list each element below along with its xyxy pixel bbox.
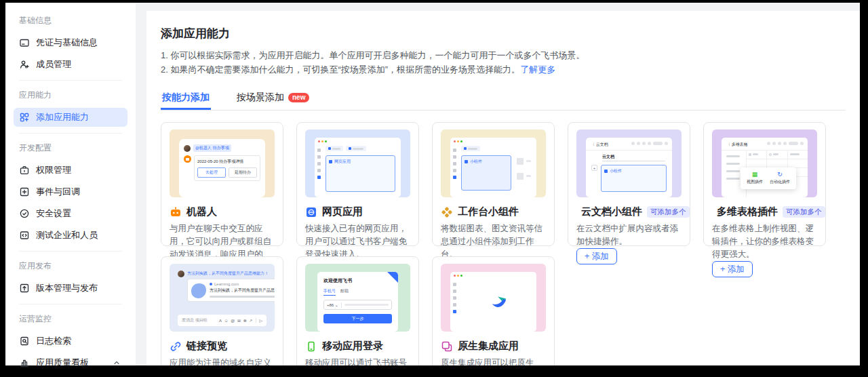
mini-qr-corner [387,272,398,283]
card-title: 网页应用 [322,205,363,218]
mini-message-link: 方法到实践，从不同角度提升产品思维能力！ [187,271,275,277]
sidebar-item-members[interactable]: 成员管理 [14,55,127,74]
robot-icon [170,206,182,218]
multi-add-badge: 可添加多个 [647,206,690,218]
bar-chart-icon [19,357,30,368]
avatar [184,145,191,152]
mini-tab-email: 邮箱 [340,288,349,296]
mini-plugin2: 自动化插件 [770,179,790,185]
sidebar-item-label: 安全设置 [36,207,71,220]
mini-outline-lines [726,155,740,180]
tab-by-capability[interactable]: 按能力添加 [161,87,211,110]
sidebar-item-quality-dashboard[interactable]: 应用质量看板 [14,353,127,372]
mini-toolbar-dots [631,142,668,145]
sidebar-divider [19,251,122,252]
card-title: 云文档小组件 [581,205,642,218]
bot-btn-secondary: 延期待办 [229,167,257,178]
sidebar-divider [19,133,122,134]
member-plus-icon [19,59,30,70]
sidebar: 基础信息 凭证与基础信息 成员管理 应用能力 添加应用能力 开发配置 权限管理 … [5,3,136,365]
log-search-icon [19,336,30,346]
mini-preview-image [191,283,206,298]
card-desc: 在多维表格上制作视图、逻辑插件，让你的多维表格变得更强大。 [712,222,817,261]
mini-composer-hint: 发消息 项目组 [182,317,208,323]
grid-plus-icon [19,112,30,123]
card-desc: 快速接入已有的网页应用，用户可以通过飞书客户端免登录快速进入。 [305,222,410,261]
mini-composer: 发消息 项目组 A ☺ @ ⊞ ⊗ ↗ ▷ [178,315,267,326]
learn-more-link[interactable]: 了解更多 [520,64,555,75]
placeholder-rows [517,158,531,180]
bot-avatar [184,155,191,163]
card-mobile-login: 欢迎使用飞书 手机号 邮箱 +86 ⌄ 下一步 [296,256,419,365]
sidebar-item-test-company[interactable]: 测试企业和人员 [14,226,127,245]
mobile-login-preview: 欢迎使用飞书 手机号 邮箱 +86 ⌄ 下一步 [305,264,410,332]
mini-label: 网页应用 [334,159,351,165]
sidebar-item-log-search[interactable]: 日志检索 [14,332,127,351]
intro-text: 1. 你可以根据实际需求，为应用开启能力。单个应用可开启多种能力，一个能力可用于… [161,48,846,77]
mini-next-button: 下一步 [323,314,392,323]
code-icon [19,230,30,241]
card-title: 链接预览 [186,340,227,353]
mini-back: 〈 多维表格 [726,142,748,148]
sidebar-item-permissions[interactable]: 权限管理 [14,161,127,180]
sidebar-item-label: 凭证与基础信息 [36,37,98,49]
app-window: 基础信息 凭证与基础信息 成员管理 应用能力 添加应用能力 开发配置 权限管理 … [5,3,860,365]
sidebar-section-release: 应用发布 [14,258,127,276]
sidebar-item-label: 版本管理与发布 [36,282,98,294]
window-traffic-lights [315,138,401,142]
card-title: 移动应用登录 [322,340,383,353]
add-docs-widget-button[interactable]: + 添加 [576,248,617,264]
sidebar-section-monitoring: 运营监控 [14,311,127,329]
id-card-icon [19,37,30,48]
mini-label: 小组件 [470,159,482,165]
base-plugin-preview: 〈 多维表格 [712,130,817,197]
card-title: 工作台小组件 [458,205,519,218]
main-panel: 添加应用能力 1. 你可以根据实际需求，为应用开启能力。单个应用可开启多种能力，… [146,11,860,365]
mini-doc-title: 云文档 [602,154,614,160]
mini-plugin1: 视图插件 [747,179,763,185]
sidebar-section-basic-info: 基础信息 [14,12,127,31]
publish-arrow-icon [19,283,30,294]
window-traffic-lights [450,272,536,277]
mini-tab-phone: 手机号 [323,288,336,296]
mini-sidebar-icons [453,148,456,179]
mini-phone-prefix: +86 ⌄ [327,302,338,307]
sidebar-item-label: 事件与回调 [36,186,80,198]
sidebar-item-label: 测试企业和人员 [36,229,98,241]
mobile-icon [305,340,317,353]
native-app-icon [441,340,453,353]
sidebar-item-label: 成员管理 [36,58,71,71]
card-desc: 将数据图表、图文资讯等信息通过小组件添加到工作台。 [441,222,546,261]
card-link-preview: 方法到实践，从不同角度提升产品思维能力！ Learning.com 方法到实践，… [161,256,283,365]
card-title: 机器人 [186,205,217,218]
card-desc: 应用能为注册的域名自定义链接预览，用户在飞书发送链接后，能在链接下方展示... [170,357,275,365]
briefcase-icon [19,165,30,176]
sidebar-divider [19,80,122,81]
sidebar-item-credentials[interactable]: 凭证与基础信息 [14,33,127,52]
tab-by-scene[interactable]: 按场景添加 new [235,87,311,110]
card-desc: 移动应用可以通过飞书账号进行登录。 [305,357,410,365]
feishu-logo [490,292,510,313]
sidebar-item-security[interactable]: 安全设置 [14,204,127,223]
card-base-plugin: 〈 多维表格 [703,122,826,246]
sidebar-section-dev-config: 开发配置 [14,140,127,158]
link-icon [170,340,182,353]
new-badge: new [288,93,309,102]
mini-back: 〈 云文档 [591,142,608,148]
add-base-plugin-button[interactable]: + 添加 [712,261,753,277]
web-app-icon [305,206,317,218]
multi-add-badge: 可添加多个 [783,206,825,218]
window-traffic-lights [450,138,536,142]
sidebar-item-version-release[interactable]: 版本管理与发布 [14,279,127,298]
view-plugin-icon: ▦ [752,172,758,178]
mini-card-text: 方法到实践，从不同角度提升产品思维能力！ [210,287,275,294]
page-title: 添加应用能力 [161,26,846,41]
intro-line-1: 1. 你可以根据实际需求，为应用开启能力。单个应用可开启多种能力，一个能力可用于… [161,48,846,62]
send-icon: ▷ [256,318,262,323]
bot-preview: @机器人 待办事项 2022-05-20 待办事项详情 去处理 延期待办 [170,130,275,197]
sidebar-item-events[interactable]: 事件与回调 [14,182,127,201]
sidebar-item-add-capability[interactable]: 添加应用能力 [14,108,127,127]
bot-btn-primary: 去处理 [197,167,226,178]
sidebar-item-label: 应用质量看板 [36,357,89,369]
chevron-up-icon[interactable] [111,359,122,367]
